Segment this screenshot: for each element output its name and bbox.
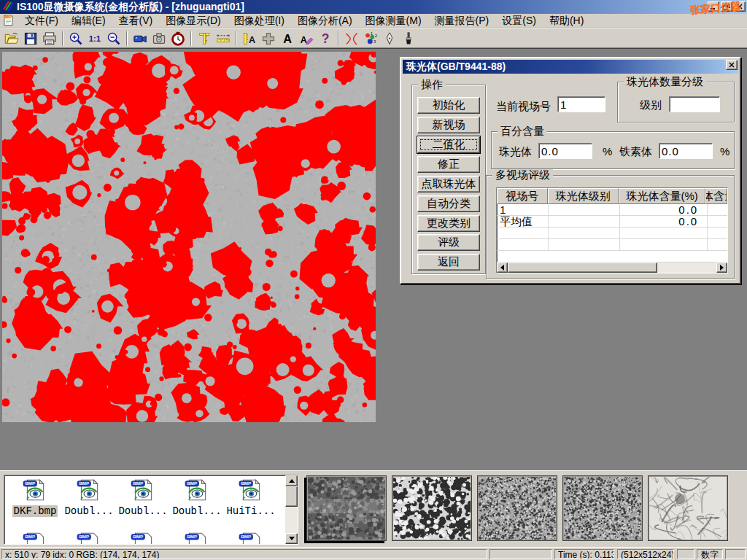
caliper-button[interactable] [195,30,214,47]
svg-text:2: 2 [375,33,377,37]
new-field-button[interactable]: 新视场 [417,117,480,133]
minimize-button[interactable] [708,1,719,12]
binarize-button[interactable]: 二值化 [417,136,480,153]
thumbnail-3[interactable] [477,475,557,541]
grade-input[interactable] [669,96,720,112]
auto-classify-button[interactable]: 自动分类 [417,195,480,212]
ruler-button[interactable] [214,30,233,47]
menu-image-measure[interactable]: 图像测量(M) [359,13,428,29]
timer-button[interactable] [169,30,187,47]
menu-image-analysis[interactable]: 图像分析(A) [291,13,359,29]
thumbnail-1[interactable] [306,475,387,541]
grade-button[interactable]: 评级 [417,234,480,251]
svg-text:BMP: BMP [25,481,35,486]
pick-pearlite-button[interactable]: 点取珠光体 [417,176,480,192]
help-button[interactable]: ? [316,30,335,47]
metallographic-image-canvas[interactable] [2,52,376,422]
video-camera-button[interactable] [131,30,150,47]
menu-measure-report[interactable]: 测量报告(P) [428,13,496,29]
correct-button[interactable]: 修正 [417,156,480,173]
restore-button[interactable] [721,1,732,12]
file-list-scroll-down-button[interactable] [285,533,298,544]
text-button[interactable]: A [278,30,297,47]
save-button[interactable] [21,30,40,47]
svg-text:BMP: BMP [133,481,143,486]
file-name[interactable]: HuiTi... [225,505,276,517]
file-item[interactable]: BMP DKF.bmp [9,478,61,517]
bmp-file-icon: BMP [130,478,156,502]
pen-button[interactable] [380,30,399,47]
file-item[interactable]: BMP Doubl... [171,478,223,517]
status-time: Time (s): 0.113 [554,549,614,559]
file-item[interactable]: BMP HuiTi... [225,478,277,517]
dialog-title-bar[interactable]: 珠光体(GB/T9441-88) [403,60,738,74]
menu-settings[interactable]: 设置(S) [495,13,543,29]
menu-file[interactable]: 文件(F) [18,13,65,29]
thumbnail-4[interactable] [562,475,643,541]
file-name[interactable]: DKF.bmp [12,505,58,517]
file-name[interactable]: Doubl... [63,505,115,517]
svg-text:?: ? [322,31,330,46]
file-item-partial[interactable]: BMP [225,531,277,545]
table-row[interactable]: 平均值 0.0 [497,216,727,228]
file-item-partial[interactable]: BMP [9,531,61,545]
status-empty-panel [489,549,552,559]
curve-button[interactable] [342,30,361,47]
file-item[interactable]: BMP Doubl... [63,478,115,517]
title-bar[interactable]: IS100显微摄像系统(金相分析版) - [zhuguangti01] [0,0,747,14]
annotate-button[interactable]: A [297,30,316,47]
column-divider [548,204,549,251]
measure-text-button[interactable]: A [240,30,259,47]
svg-text:BMP: BMP [241,534,251,539]
brush-button[interactable] [399,30,418,47]
thumbnail-5[interactable] [648,475,728,541]
file-list-scroll-thumb[interactable] [285,486,298,507]
svg-text:1: 1 [371,31,373,36]
table-row[interactable]: 1 0.0 [497,204,727,216]
close-button[interactable] [734,1,746,12]
initialize-button[interactable]: 初始化 [417,97,480,114]
multi-field-table[interactable]: 视场号 珠光体级别 珠光体含量(%) 铁素体含量(%) 1 0.0 平均值 0.… [496,187,728,273]
window-title: IS100显微摄像系统(金相分析版) - [zhuguangti01] [17,1,244,14]
file-item-partial[interactable]: BMP [117,531,169,545]
file-name[interactable]: Doubl... [171,505,222,517]
file-name[interactable]: Doubl... [117,505,169,517]
file-item-partial[interactable]: BMP [63,531,115,545]
return-button[interactable]: 返回 [417,254,480,271]
cell-field-no: 平均值 [497,216,548,227]
bmp-file-icon: BMP [76,531,102,545]
file-list-vscroll-track[interactable] [285,475,298,544]
zoom-out-button[interactable] [104,30,123,47]
phase-marks-button[interactable]: 123 [361,30,380,47]
svg-text:1:1: 1:1 [89,34,101,43]
menu-help[interactable]: 帮助(H) [543,13,590,29]
change-class-button[interactable]: 更改类别 [417,215,480,232]
application-window: IS100显微摄像系统(金相分析版) - [zhuguangti01] 张家口仪… [0,0,747,560]
dialog-close-button[interactable] [726,60,738,70]
table-hscroll-right-button[interactable] [716,262,727,273]
move-button[interactable] [259,30,278,47]
capture-button[interactable] [150,30,169,47]
pearlite-percent-sign: % [603,145,612,158]
open-button[interactable] [2,30,21,47]
ferrite-percent-input[interactable] [659,143,713,159]
header-field-no: 视场号 [497,188,548,204]
current-field-input[interactable] [557,96,605,112]
table-hscroll-thumb[interactable] [508,262,657,273]
menu-edit[interactable]: 编辑(E) [65,13,112,29]
cell-ferrite-content [705,216,727,227]
percent-group-label: 百分含量 [498,125,547,137]
file-item[interactable]: BMP Doubl... [117,478,169,517]
menu-image-processing[interactable]: 图像处理(I) [228,13,291,29]
table-hscroll-left-button[interactable] [497,262,508,273]
menu-image-display[interactable]: 图像显示(D) [159,13,227,29]
file-list-scroll-up-button[interactable] [285,475,298,486]
thumbnail-2[interactable] [392,475,472,541]
menu-view[interactable]: 查看(V) [112,13,160,29]
actual-size-button[interactable]: 1:1 [85,30,104,47]
zoom-in-button[interactable] [66,30,85,47]
file-list-panel[interactable]: BMP DKF.bmp BMP Doubl... BMP Doubl... BM… [4,475,298,545]
print-button[interactable] [40,30,59,47]
pearlite-percent-input[interactable] [538,143,592,159]
file-item-partial[interactable]: BMP [171,531,223,545]
